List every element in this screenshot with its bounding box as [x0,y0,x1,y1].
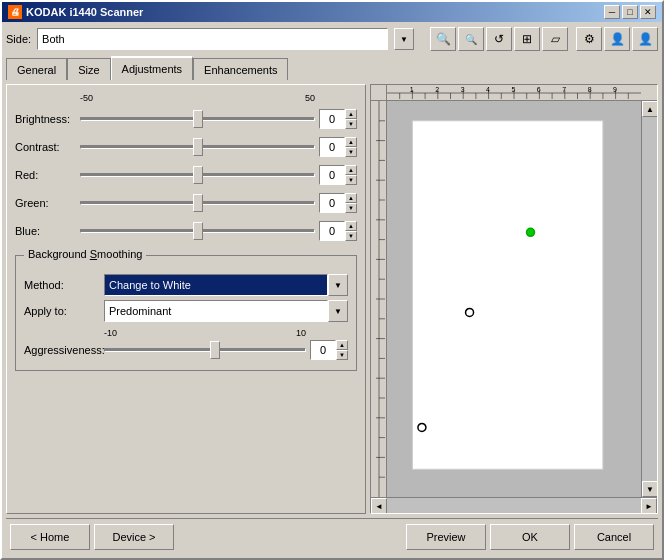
fit-button[interactable]: ⊞ [514,27,540,51]
method-combo[interactable]: Change to White [104,274,328,296]
curve-point-3[interactable] [527,228,535,236]
contrast-label: Contrast: [15,141,80,153]
brightness-spin-down[interactable]: ▼ [345,119,357,129]
method-combo-dropdown-button[interactable]: ▼ [328,274,348,296]
curve-point-1[interactable] [418,423,426,431]
aggressiveness-scale-max: 10 [296,328,306,338]
contrast-spin-up[interactable]: ▲ [345,137,357,147]
horizontal-scrollbar: ◄ ► [371,497,657,513]
brightness-spin-up[interactable]: ▲ [345,109,357,119]
blue-spin-down[interactable]: ▼ [345,231,357,241]
method-row: Method: Change to White ▼ [24,272,348,298]
red-input[interactable] [319,165,345,185]
svg-text:7: 7 [562,86,566,93]
scrollbar-top-corner [641,85,657,100]
red-label: Red: [15,169,80,181]
ok-button[interactable]: OK [490,524,570,550]
curve-point-2[interactable] [466,308,474,316]
blue-spin-up[interactable]: ▲ [345,221,357,231]
ruler-top: 1 2 3 4 5 6 7 8 9 [371,85,657,101]
tab-adjustments[interactable]: Adjustments [111,56,194,80]
settings-button[interactable]: ⚙ [576,27,602,51]
red-spinbox: ▲ ▼ [319,165,357,185]
aggressiveness-label: Aggressiveness: [24,344,104,356]
svg-text:5: 5 [511,86,515,93]
zoom-out-button[interactable]: 🔍 [458,27,484,51]
svg-text:3: 3 [461,86,465,93]
preview-button[interactable]: Preview [406,524,486,550]
apply-combo[interactable]: Predominant [104,300,328,322]
blue-input[interactable] [319,221,345,241]
minimize-button[interactable]: ─ [604,5,620,19]
svg-text:2: 2 [435,86,439,93]
contrast-spin-down[interactable]: ▼ [345,147,357,157]
vertical-scrollbar: ▲ ▼ [641,101,657,497]
home-button[interactable]: < Home [10,524,90,550]
scrollbar-down-button[interactable]: ▼ [642,481,657,497]
brightness-input[interactable] [319,109,345,129]
scale-min: -50 [80,93,93,103]
contrast-input[interactable] [319,137,345,157]
title-text: 🖨 KODAK i1440 Scanner [8,5,143,19]
bg-smoothing-group: Background Smoothing Method: Change to W… [15,255,357,371]
maximize-button[interactable]: □ [622,5,638,19]
tab-size[interactable]: Size [67,58,110,80]
green-label: Green: [15,197,80,209]
side-label: Side: [6,33,31,45]
svg-rect-49 [412,121,603,469]
tab-general[interactable]: General [6,58,67,80]
blue-slider[interactable] [80,221,315,241]
aggressiveness-slider[interactable] [104,340,306,360]
scrollbar-up-button[interactable]: ▲ [642,101,657,117]
main-window: 🖨 KODAK i1440 Scanner ─ □ ✕ Side: Both ▼… [0,0,664,560]
scrollbar-v-track[interactable] [642,117,657,481]
left-panel: -50 50 Brightness: ▲ ▼ [6,84,366,514]
green-slider[interactable] [80,193,315,213]
aggressiveness-spin-up[interactable]: ▲ [336,340,348,350]
green-spin-down[interactable]: ▼ [345,203,357,213]
green-input[interactable] [319,193,345,213]
tab-adjustments-label: Adjustments [122,63,183,75]
method-value: Change to White [109,279,191,291]
close-button[interactable]: ✕ [640,5,656,19]
ruler-v-svg [371,101,387,497]
aggressiveness-input[interactable] [310,340,336,360]
scrollbar-right-button[interactable]: ► [641,498,657,514]
ruler-body: ▲ ▼ [371,101,657,497]
window-title: KODAK i1440 Scanner [26,6,143,18]
tab-enhancements-label: Enhancements [204,64,277,76]
red-spin-up[interactable]: ▲ [345,165,357,175]
apply-combo-dropdown-button[interactable]: ▼ [328,300,348,322]
profile-button[interactable]: 👤 [604,27,630,51]
brightness-row: Brightness: ▲ ▼ [15,107,357,131]
ruler-h-svg: 1 2 3 4 5 6 7 8 9 [387,85,641,101]
bg-smoothing-title: Background Smoothing [24,248,146,260]
brightness-slider[interactable] [80,109,315,129]
contrast-slider[interactable] [80,137,315,157]
cancel-button[interactable]: Cancel [574,524,654,550]
red-slider[interactable] [80,165,315,185]
green-spinbox: ▲ ▼ [319,193,357,213]
title-bar: 🖨 KODAK i1440 Scanner ─ □ ✕ [2,2,662,22]
horizontal-ruler: 1 2 3 4 5 6 7 8 9 [387,85,641,101]
scrollbar-h-track[interactable] [387,498,641,513]
side-combo[interactable]: Both [37,28,388,50]
device-button[interactable]: Device > [94,524,174,550]
red-spin-down[interactable]: ▼ [345,175,357,185]
zoom-in-button[interactable]: 🔍 [430,27,456,51]
green-spin-up[interactable]: ▲ [345,193,357,203]
crop-button[interactable]: ▱ [542,27,568,51]
method-label: Method: [24,279,104,291]
contrast-row: Contrast: ▲ ▼ [15,135,357,159]
side-combo-dropdown-button[interactable]: ▼ [394,28,414,50]
rotate-button[interactable]: ↺ [486,27,512,51]
brightness-spinbox: ▲ ▼ [319,109,357,129]
aggressiveness-spin-down[interactable]: ▼ [336,350,348,360]
green-row: Green: ▲ ▼ [15,191,357,215]
tab-enhancements[interactable]: Enhancements [193,58,288,80]
blue-label: Blue: [15,225,80,237]
scrollbar-left-button[interactable]: ◄ [371,498,387,514]
main-area: -50 50 Brightness: ▲ ▼ [6,84,658,514]
curve-canvas-area [387,101,641,497]
profile2-button[interactable]: 👤 [632,27,658,51]
